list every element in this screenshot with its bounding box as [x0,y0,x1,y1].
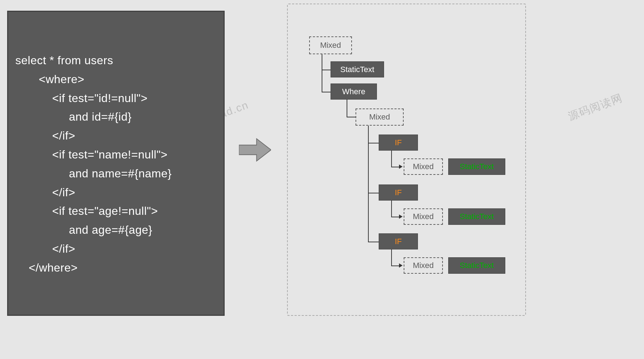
sql-code-text: select * from users <where> <if test="id… [15,51,216,277]
node-if-1: IF [379,135,418,151]
connector [368,143,379,143]
connector [322,54,322,92]
node-mixed-root: Mixed [309,36,352,54]
connector [347,100,347,117]
connector [322,70,331,70]
connector [391,201,392,217]
node-where: Where [331,84,377,100]
connector [347,117,356,117]
node-mixed-branch-2: Mixed [404,208,443,225]
node-mixed-branch-1: Mixed [404,158,443,175]
connector [391,266,399,266]
node-statictext-branch-2: StaticText [448,208,505,225]
connector [368,242,379,242]
node-statictext: StaticText [331,61,384,77]
arrow-tip-icon [399,263,403,268]
arrow-tip-icon [399,165,403,169]
connector [391,249,392,266]
node-mixed-branch-3: Mixed [404,257,443,274]
connector [391,167,399,167]
node-if-3: IF [379,233,418,249]
watermark-right: 源码阅读网 [566,91,625,124]
arrow-tip-icon [399,214,403,219]
node-mixed-level2: Mixed [356,108,404,126]
node-statictext-branch-1: StaticText [448,158,505,175]
transform-arrow-icon [239,136,271,164]
ast-tree-panel: Mixed StaticText Where Mixed IF Mixed St… [287,4,526,316]
connector [322,92,331,92]
node-if-2: IF [379,184,418,201]
sql-code-panel: select * from users <where> <if test="id… [7,11,225,316]
connector [368,193,379,193]
connector [391,151,392,167]
node-statictext-branch-3: StaticText [448,257,505,274]
connector [391,217,399,217]
